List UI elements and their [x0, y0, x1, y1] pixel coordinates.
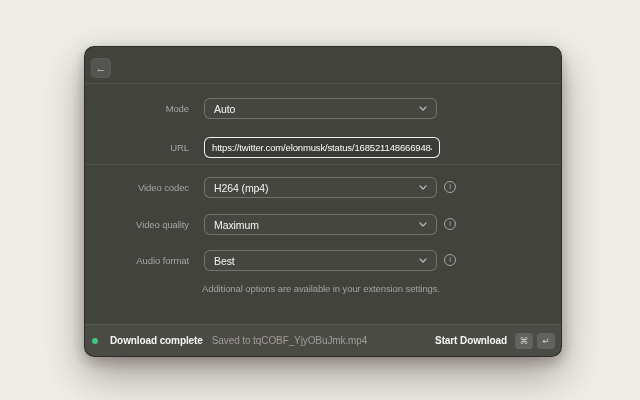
status-dot [92, 338, 98, 344]
video-codec-select[interactable]: H264 (mp4) [204, 177, 437, 198]
start-download-button[interactable]: Start Download [435, 335, 507, 346]
info-glyph: i [449, 220, 451, 228]
video-codec-select-value: H264 (mp4) [214, 182, 268, 194]
audio-format-label: Audio format [85, 250, 189, 271]
mode-select[interactable]: Auto [204, 98, 437, 119]
info-glyph: i [449, 183, 451, 191]
info-icon[interactable]: i [444, 181, 456, 193]
extension-settings-note: Additional options are available in your… [175, 283, 467, 294]
chevron-down-icon [419, 222, 427, 227]
chevron-down-icon [419, 185, 427, 190]
mode-row: Mode Auto [85, 98, 561, 119]
section-divider [85, 164, 561, 165]
audio-format-select[interactable]: Best [204, 250, 437, 271]
chevron-down-icon [419, 106, 427, 111]
info-glyph: i [449, 256, 451, 264]
url-label: URL [85, 137, 189, 158]
audio-format-select-value: Best [214, 255, 235, 267]
info-icon[interactable]: i [444, 218, 456, 230]
mode-label: Mode [85, 98, 189, 119]
video-codec-row: Video codec H264 (mp4) i [85, 177, 561, 198]
audio-format-row: Audio format Best i [85, 250, 561, 271]
info-icon[interactable]: i [444, 254, 456, 266]
downloader-dialog: ← Mode Auto URL Video codec H264 (mp4) i… [84, 46, 562, 357]
dialog-header: ← [85, 47, 561, 84]
url-input[interactable] [204, 137, 440, 158]
status-text: Download complete [110, 335, 203, 346]
mode-select-value: Auto [214, 103, 235, 115]
status-bar: Download complete Saved to tqCOBF_YjyOBu… [85, 324, 561, 356]
back-arrow-icon: ← [96, 62, 107, 74]
video-quality-row: Video quality Maximum i [85, 214, 561, 235]
video-quality-select-value: Maximum [214, 219, 259, 231]
video-quality-select[interactable]: Maximum [204, 214, 437, 235]
video-quality-label: Video quality [85, 214, 189, 235]
video-codec-label: Video codec [85, 177, 189, 198]
chevron-down-icon [419, 258, 427, 263]
saved-file-text: Saved to tqCOBF_YjyOBuJmk.mp4 [212, 335, 368, 346]
shortcut-keys: ⌘ ↵ [515, 333, 555, 349]
command-key-icon: ⌘ [515, 333, 533, 349]
back-button[interactable]: ← [91, 58, 111, 78]
url-row: URL [85, 137, 561, 158]
return-key-icon: ↵ [537, 333, 555, 349]
